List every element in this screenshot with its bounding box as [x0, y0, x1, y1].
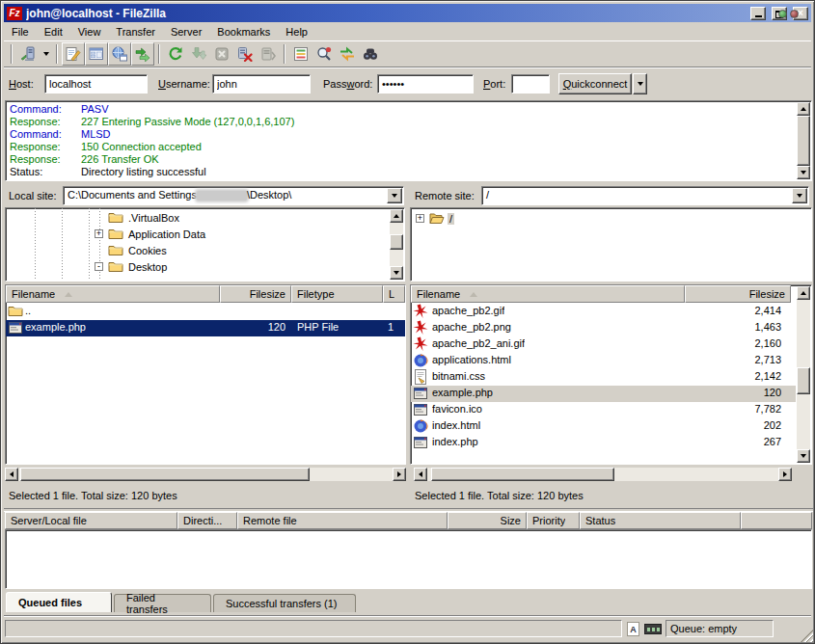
port-input[interactable]: [511, 74, 550, 94]
column-header-filetype[interactable]: Filetype: [291, 285, 383, 303]
cancel-button[interactable]: [210, 42, 233, 66]
menu-edit[interactable]: Edit: [37, 24, 70, 40]
menu-server[interactable]: Server: [163, 24, 209, 40]
queue-column-size[interactable]: Size: [448, 512, 527, 529]
scrollbar-thumb[interactable]: [20, 468, 310, 481]
directory-comparison-button[interactable]: [312, 42, 336, 66]
menu-bookmarks[interactable]: Bookmarks: [209, 24, 278, 40]
synchronized-browsing-button[interactable]: [336, 42, 359, 66]
scroll-up-button[interactable]: [797, 286, 810, 300]
scrollbar-thumb[interactable]: [390, 234, 403, 250]
file-row[interactable]: apache_pb2.gif 2,414: [411, 304, 796, 320]
queue-splitter[interactable]: [4, 508, 813, 511]
quickconnect-dropdown[interactable]: [633, 73, 647, 94]
protocol-indicator-icon[interactable]: [644, 624, 662, 634]
menu-file[interactable]: File: [4, 24, 37, 40]
column-header-filename[interactable]: Filename: [6, 285, 220, 303]
column-header-last-modified[interactable]: L: [383, 285, 405, 303]
file-row-parent-dir[interactable]: ..: [6, 304, 405, 320]
file-row[interactable]: applications.html 2,713: [411, 353, 796, 369]
file-row[interactable]: index.html 202: [411, 418, 796, 435]
scroll-left-button[interactable]: [414, 468, 427, 481]
queue-column-remote-file[interactable]: Remote file: [237, 512, 448, 529]
scroll-up-button[interactable]: [797, 102, 810, 116]
filesize-cell: 2,713: [700, 354, 781, 365]
scrollbar-thumb[interactable]: [797, 116, 810, 166]
queue-column-direction[interactable]: Directi...: [177, 512, 237, 529]
scroll-down-button[interactable]: [390, 266, 403, 280]
scroll-left-button[interactable]: [5, 468, 18, 481]
column-header-filesize[interactable]: Filesize: [220, 285, 291, 303]
tree-item-virtualbox[interactable]: .VirtualBox: [6, 209, 404, 226]
scroll-down-button[interactable]: [797, 166, 810, 179]
file-row[interactable]: apache_pb2_ani.gif 2,160: [411, 336, 796, 353]
site-manager-dropdown[interactable]: [40, 43, 52, 65]
scroll-down-button[interactable]: [797, 449, 810, 463]
local-tree-scrollbar[interactable]: [390, 209, 403, 280]
local-site-dropdown[interactable]: [387, 188, 402, 203]
menu-help[interactable]: Help: [278, 24, 315, 40]
host-input[interactable]: [44, 74, 148, 94]
tree-item-root[interactable]: /: [411, 210, 811, 227]
toggle-message-log-button[interactable]: [62, 42, 85, 66]
expand-plus-icon[interactable]: [95, 229, 103, 238]
find-files-button[interactable]: [359, 42, 382, 66]
remote-hscrollbar[interactable]: [414, 468, 792, 481]
collapse-minus-icon[interactable]: [95, 262, 103, 271]
file-row[interactable]: index.php 267: [411, 435, 796, 451]
remote-site-path-combo[interactable]: /: [481, 186, 809, 205]
process-queue-button[interactable]: [187, 42, 210, 66]
file-row[interactable]: apache_pb2.png 1,463: [411, 320, 796, 336]
menu-view[interactable]: View: [70, 24, 109, 40]
queue-column-status[interactable]: Status: [580, 512, 741, 529]
local-site-path-combo[interactable]: C:\Documents and Settings\Desktop\: [63, 186, 404, 205]
password-input[interactable]: [377, 74, 474, 94]
queue-column-priority[interactable]: Priority: [527, 512, 580, 529]
queue-list[interactable]: [5, 529, 812, 589]
filter-button[interactable]: [289, 42, 312, 66]
site-manager-button[interactable]: [16, 42, 40, 66]
local-hscrollbar[interactable]: [5, 468, 406, 481]
menu-bar: File Edit View Transfer Server Bookmarks…: [4, 23, 811, 40]
scroll-up-button[interactable]: [390, 209, 403, 223]
scroll-right-button[interactable]: [393, 468, 406, 481]
menu-transfer[interactable]: Transfer: [108, 24, 163, 40]
tree-item-application-data[interactable]: Application Data: [6, 226, 404, 242]
log-scrollbar[interactable]: [797, 102, 810, 179]
tree-item-cookies[interactable]: Cookies: [6, 242, 404, 258]
username-input[interactable]: [212, 74, 311, 94]
column-header-filesize[interactable]: Filesize: [685, 285, 791, 303]
tab-queued-files[interactable]: Queued files: [6, 592, 112, 612]
remote-site-dropdown[interactable]: [792, 188, 807, 203]
toggle-local-tree-button[interactable]: [85, 42, 108, 66]
filename-cell: apache_pb2_ani.gif: [432, 337, 525, 349]
expand-plus-icon[interactable]: [416, 214, 424, 223]
transfer-type-indicator-icon[interactable]: A: [627, 622, 639, 636]
app-icon: Fz: [7, 7, 22, 20]
file-row-example-php[interactable]: example.php 120: [411, 386, 796, 402]
file-row-example-php[interactable]: example.php 120 PHP File 1: [6, 320, 405, 336]
html-file-icon: [413, 418, 428, 434]
file-row[interactable]: favicon.ico 7,782: [411, 402, 796, 418]
minimize-button[interactable]: [750, 7, 766, 20]
filesize-cell: 2,414: [700, 305, 781, 316]
tab-failed-transfers[interactable]: Failed transfers: [114, 594, 211, 612]
scroll-right-button[interactable]: [778, 468, 792, 481]
scrollbar-thumb[interactable]: [431, 468, 614, 481]
indicator-segment: [657, 628, 660, 631]
tab-successful-transfers[interactable]: Successful transfers (1): [213, 594, 356, 612]
tree-item-desktop[interactable]: Desktop: [6, 258, 404, 275]
scrollbar-thumb[interactable]: [797, 367, 810, 394]
queue-column-local-file[interactable]: Server/Local file: [5, 512, 177, 529]
quickconnect-button[interactable]: Quickconnect: [558, 73, 632, 94]
reconnect-button[interactable]: [257, 42, 280, 66]
file-row[interactable]: bitnami.css 2,142: [411, 369, 796, 386]
toggle-queue-button[interactable]: [131, 42, 154, 66]
remote-list-scrollbar[interactable]: [797, 286, 810, 463]
filetype-cell: PHP File: [297, 321, 339, 333]
title-bar: Fz john@localhost - FileZilla ×: [4, 4, 811, 22]
column-header-filename[interactable]: Filename: [411, 285, 685, 303]
refresh-button[interactable]: [164, 42, 187, 66]
toggle-remote-tree-button[interactable]: [108, 42, 131, 66]
disconnect-button[interactable]: [233, 42, 257, 66]
